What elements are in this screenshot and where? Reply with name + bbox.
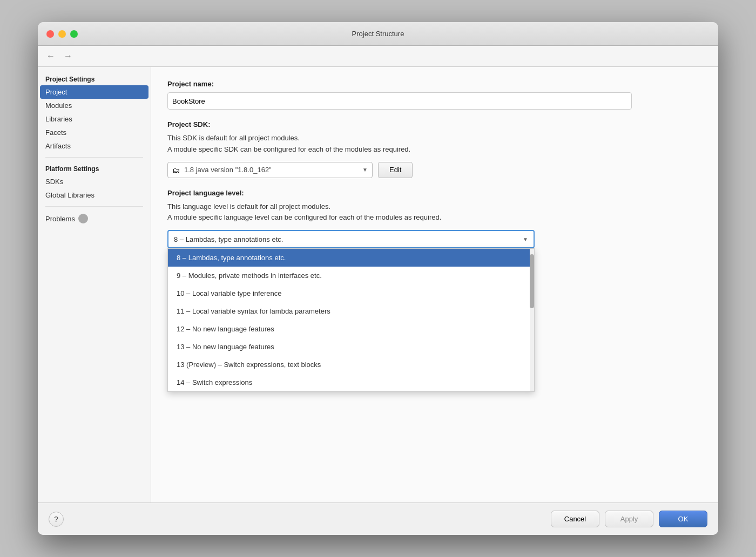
scrollbar-thumb (530, 254, 534, 308)
ok-button[interactable]: OK (659, 511, 707, 527)
cancel-button[interactable]: Cancel (551, 511, 599, 527)
apply-button[interactable]: Apply (605, 511, 653, 527)
sdk-dropdown[interactable]: 🗂 1.8 java version "1.8.0_162" ▼ (167, 162, 373, 178)
sidebar-item-project[interactable]: Project (40, 85, 148, 99)
sdk-selected-text: 1.8 java version "1.8.0_162" (184, 166, 358, 174)
sidebar-item-libraries[interactable]: Libraries (38, 112, 151, 126)
action-buttons: Cancel Apply OK (551, 511, 707, 527)
sidebar-item-problems[interactable]: Problems (38, 211, 151, 226)
project-name-label: Project name: (167, 80, 702, 88)
lang-description: This language level is default for all p… (167, 201, 702, 224)
platform-settings-section: Platform Settings (38, 162, 151, 175)
sidebar-item-facets[interactable]: Facets (38, 126, 151, 139)
dropdown-item-8[interactable]: 8 – Lambdas, type annotations etc. (168, 249, 534, 267)
sidebar-item-sdks[interactable]: SDKs (38, 175, 151, 188)
edit-sdk-button[interactable]: Edit (378, 162, 413, 178)
title-bar: Project Structure (38, 22, 718, 46)
lang-chevron-down-icon: ▼ (523, 236, 528, 242)
dropdown-item-11[interactable]: 11 – Local variable syntax for lambda pa… (168, 302, 534, 320)
project-settings-section: Project Settings (38, 72, 151, 85)
dropdown-scrollbar (530, 249, 534, 391)
dropdown-item-9[interactable]: 9 – Modules, private methods in interfac… (168, 267, 534, 284)
dropdown-item-13[interactable]: 13 – No new language features (168, 338, 534, 356)
sidebar-item-global-libraries[interactable]: Global Libraries (38, 188, 151, 202)
dropdown-item-10[interactable]: 10 – Local variable type inference (168, 284, 534, 302)
window-controls (46, 30, 78, 38)
lang-dropdown-menu: 8 – Lambdas, type annotations etc. 9 – M… (167, 248, 535, 392)
project-name-input[interactable] (167, 92, 632, 110)
help-button[interactable]: ? (49, 512, 64, 527)
close-button[interactable] (46, 30, 54, 38)
sidebar: Project Settings Project Modules Librari… (38, 67, 151, 502)
project-sdk-label: Project SDK: (167, 120, 702, 128)
sidebar-divider-2 (45, 206, 143, 207)
lang-dropdown[interactable]: 8 – Lambdas, type annotations etc. ▼ (167, 230, 535, 248)
sdk-description: This SDK is default for all project modu… (167, 133, 702, 155)
problems-badge (78, 214, 88, 223)
sidebar-item-artifacts[interactable]: Artifacts (38, 139, 151, 153)
sdk-chevron-down-icon: ▼ (362, 167, 368, 173)
dropdown-item-14[interactable]: 14 – Switch expressions (168, 373, 534, 391)
content-area: Project name: Project SDK: This SDK is d… (151, 67, 718, 502)
nav-bar: ← → (38, 46, 718, 67)
dropdown-item-13p[interactable]: 13 (Preview) – Switch expressions, text … (168, 356, 534, 373)
sdk-row: 🗂 1.8 java version "1.8.0_162" ▼ Edit (167, 162, 702, 178)
main-content: Project Settings Project Modules Librari… (38, 67, 718, 502)
lang-dropdown-wrapper: 8 – Lambdas, type annotations etc. ▼ 8 –… (167, 230, 535, 248)
lang-selected-text: 8 – Lambdas, type annotations etc. (174, 235, 283, 243)
maximize-button[interactable] (70, 30, 78, 38)
minimize-button[interactable] (58, 30, 66, 38)
sidebar-item-modules[interactable]: Modules (38, 99, 151, 112)
sidebar-divider (45, 157, 143, 158)
project-structure-dialog: Project Structure ← → Project Settings P… (38, 22, 718, 535)
back-button[interactable]: ← (44, 50, 57, 62)
bottom-bar: ? Cancel Apply OK (38, 502, 718, 535)
sdk-icon: 🗂 (172, 166, 180, 174)
forward-button[interactable]: → (62, 50, 75, 62)
project-lang-label: Project language level: (167, 189, 702, 197)
dialog-title: Project Structure (352, 30, 404, 38)
dropdown-item-12[interactable]: 12 – No new language features (168, 320, 534, 338)
